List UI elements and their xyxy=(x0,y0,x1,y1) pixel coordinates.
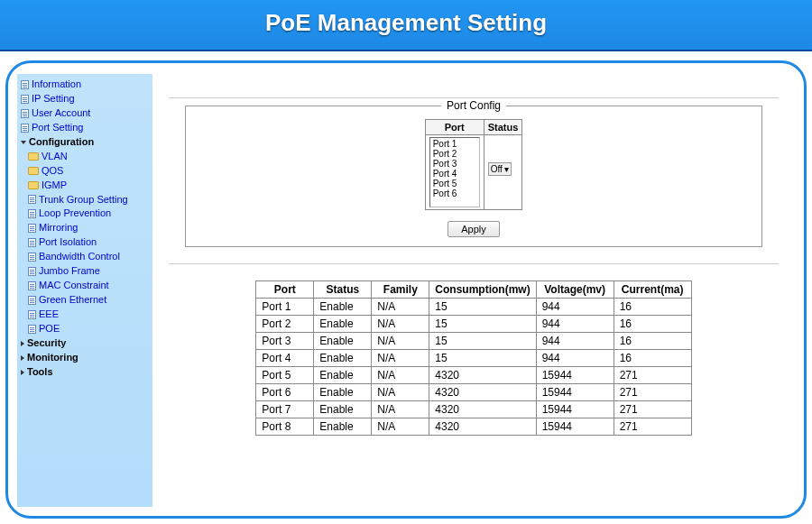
col-header: Status xyxy=(314,281,372,299)
sidebar-folder-qos[interactable]: QOS xyxy=(19,164,151,179)
port-option[interactable]: Port 6 xyxy=(431,188,478,198)
port-option[interactable]: Port 1 xyxy=(431,139,478,149)
sidebar-item-label: QOS xyxy=(42,164,63,179)
sidebar-folder-igmp[interactable]: IGMP xyxy=(19,179,151,193)
sidebar-item-label: Port Setting xyxy=(32,121,83,135)
poe-status-table: PortStatusFamilyConsumption(mw)Voltage(m… xyxy=(255,280,691,436)
port-option[interactable]: Port 3 xyxy=(431,159,478,169)
sidebar-section-tools[interactable]: Tools xyxy=(19,365,151,380)
sidebar-item-label: Monitoring xyxy=(27,351,78,365)
sidebar-item-label: POE xyxy=(39,322,60,336)
page-icon xyxy=(28,224,36,233)
page-banner: PoE Management Setting xyxy=(0,0,812,51)
folder-icon xyxy=(28,167,39,175)
cell-consumption: 15 xyxy=(429,316,536,333)
cell-family: N/A xyxy=(372,316,429,333)
col-header: Family xyxy=(372,281,429,299)
cell-family: N/A xyxy=(372,384,429,401)
cell-consumption: 4320 xyxy=(429,401,536,418)
folder-icon xyxy=(28,152,39,161)
page-icon xyxy=(21,95,29,104)
cell-status: Enable xyxy=(314,316,372,333)
col-port: Port xyxy=(425,120,484,135)
sidebar-item-bandwidth-control[interactable]: Bandwidth Control xyxy=(19,250,151,264)
sidebar-folder-vlan[interactable]: VLAN xyxy=(19,150,151,164)
cell-port: Port 5 xyxy=(256,367,314,384)
sidebar-item-label: Trunk Group Setting xyxy=(39,193,128,207)
port-option[interactable]: Port 5 xyxy=(431,179,478,188)
page-icon xyxy=(28,325,36,334)
sidebar-item-ip-setting[interactable]: IP Setting xyxy=(19,92,151,106)
cell-current: 16 xyxy=(614,350,691,367)
sidebar-item-loop-prevention[interactable]: Loop Prevention xyxy=(19,207,151,221)
cell-family: N/A xyxy=(372,367,429,384)
sidebar-section-monitoring[interactable]: Monitoring xyxy=(19,351,151,365)
arrow-icon xyxy=(21,355,24,361)
page-icon xyxy=(21,80,29,89)
main-panel: Port Config Port Status Port 1Port 2Port… xyxy=(152,74,795,507)
page-icon xyxy=(28,195,36,204)
cell-family: N/A xyxy=(372,333,429,350)
port-config-fieldset: Port Config Port Status Port 1Port 2Port… xyxy=(185,106,762,247)
divider xyxy=(169,263,779,264)
cell-port: Port 8 xyxy=(256,418,314,436)
sidebar-item-label: User Account xyxy=(32,106,90,121)
sidebar-item-label: MAC Constraint xyxy=(39,279,109,293)
sidebar-item-label: Configuration xyxy=(29,135,94,150)
arrow-icon xyxy=(21,370,24,375)
cell-consumption: 4320 xyxy=(429,367,536,384)
sidebar-section-security[interactable]: Security xyxy=(19,336,151,351)
sidebar-item-mirroring[interactable]: Mirroring xyxy=(19,221,151,235)
sidebar-item-information[interactable]: Information xyxy=(19,78,151,92)
col-header: Consumption(mw) xyxy=(429,281,536,299)
col-header: Current(ma) xyxy=(614,281,691,299)
col-status: Status xyxy=(484,120,522,135)
cell-voltage: 15944 xyxy=(536,401,614,418)
folder-icon xyxy=(28,181,39,189)
port-option[interactable]: Port 4 xyxy=(431,169,478,179)
cell-status: Enable xyxy=(314,333,372,350)
sidebar-section-configuration[interactable]: Configuration xyxy=(19,135,151,150)
cell-family: N/A xyxy=(372,401,429,418)
sidebar-item-eee[interactable]: EEE xyxy=(19,308,151,322)
cell-status: Enable xyxy=(314,299,372,316)
sidebar-item-label: Bandwidth Control xyxy=(39,250,120,264)
table-row: Port 2EnableN/A1594416 xyxy=(256,316,691,333)
sidebar-item-port-isolation[interactable]: Port Isolation xyxy=(19,235,151,250)
status-select[interactable]: Off ▾ xyxy=(488,162,512,176)
sidebar-item-poe[interactable]: POE xyxy=(19,322,151,336)
cell-port: Port 2 xyxy=(256,316,314,333)
cell-voltage: 944 xyxy=(536,333,614,350)
sidebar-item-green-ethernet[interactable]: Green Ethernet xyxy=(19,293,151,308)
port-config-legend: Port Config xyxy=(441,99,506,112)
table-row: Port 8EnableN/A432015944271 xyxy=(256,418,691,436)
cell-port: Port 7 xyxy=(256,401,314,418)
sidebar-item-jumbo-frame[interactable]: Jumbo Frame xyxy=(19,264,151,279)
apply-button[interactable]: Apply xyxy=(448,221,500,237)
sidebar-item-label: IP Setting xyxy=(32,92,75,106)
port-option[interactable]: Port 2 xyxy=(431,149,478,159)
sidebar-item-label: EEE xyxy=(39,308,59,322)
sidebar-item-mac-constraint[interactable]: MAC Constraint xyxy=(19,279,151,293)
port-config-table: Port Status Port 1Port 2Port 3Port 4Port… xyxy=(425,119,523,210)
cell-family: N/A xyxy=(372,418,429,436)
cell-consumption: 15 xyxy=(429,350,536,367)
cell-voltage: 944 xyxy=(536,350,614,367)
port-select-list[interactable]: Port 1Port 2Port 3Port 4Port 5Port 6 xyxy=(429,137,480,207)
sidebar-item-port-setting[interactable]: Port Setting xyxy=(19,121,151,135)
sidebar-item-trunk-group-setting[interactable]: Trunk Group Setting xyxy=(19,193,151,207)
cell-current: 16 xyxy=(614,316,691,333)
cell-current: 271 xyxy=(614,384,691,401)
cell-status: Enable xyxy=(314,350,372,367)
sidebar-item-label: Loop Prevention xyxy=(39,207,111,221)
sidebar-item-user-account[interactable]: User Account xyxy=(19,106,151,121)
divider xyxy=(169,97,779,98)
page-icon xyxy=(21,109,29,118)
sidebar-item-label: Green Ethernet xyxy=(39,293,106,308)
cell-current: 271 xyxy=(614,401,691,418)
cell-current: 271 xyxy=(614,418,691,436)
sidebar-item-label: Information xyxy=(32,78,81,92)
page-icon xyxy=(28,296,36,305)
cell-family: N/A xyxy=(372,350,429,367)
content-frame: InformationIP SettingUser AccountPort Se… xyxy=(5,60,807,519)
